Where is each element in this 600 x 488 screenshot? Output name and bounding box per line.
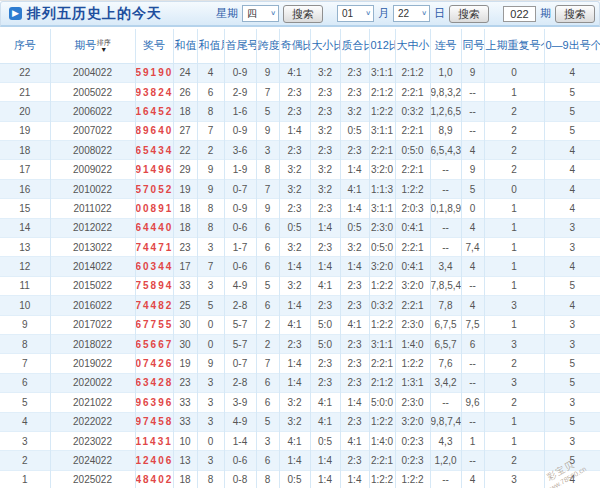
cell-repeat-count: 2 — [484, 354, 544, 373]
cell-sum-tail: 9 — [197, 179, 224, 198]
cell-012-ratio: 2:1:2 — [369, 373, 395, 392]
cell-prize-number: 00891 — [135, 199, 173, 218]
cell-prime-composite-ratio: 2:3 — [340, 334, 369, 353]
cell-012-ratio: 1:4:0 — [369, 431, 395, 450]
cell-sum-tail: 9 — [197, 354, 224, 373]
cell-repeat-count: 3 — [484, 373, 544, 392]
cell-serial: 3 — [0, 431, 50, 450]
cell-big-small-ratio: 2:3 — [310, 82, 340, 101]
col-012-ratio: 012比 — [369, 29, 395, 63]
table-row: 142012022644401880-660:51:40:52:3:00:4:1… — [0, 218, 600, 237]
cell-sum: 27 — [173, 121, 197, 140]
cell-prize-number: 97458 — [135, 412, 173, 431]
cell-big-mid-small-ratio: 1:2:2 — [395, 470, 430, 488]
history-table: 序号 期号 排序 ▼ 奖号 和值 和值尾 首尾号 跨度 奇偶比 大小比 — [0, 29, 600, 488]
cell-big-mid-small-ratio: 2:2:1 — [395, 82, 430, 101]
cell-sum: 19 — [173, 354, 197, 373]
cell-prime-composite-ratio: 2:3 — [340, 82, 369, 101]
cell-big-small-ratio: 1:4 — [310, 257, 340, 276]
weekday-select[interactable]: 四 ∨ — [242, 5, 279, 22]
table-row: 42022022974583334-953:24:12:31:2:23:2:09… — [0, 412, 600, 431]
title-bar: ▶ 排列五历史上的今天 星期 四 ∨ 搜索 01 ∨ 月 22 ∨ — [0, 1, 600, 27]
cell-span: 6 — [256, 451, 279, 470]
day-select[interactable]: 22 ∨ — [393, 5, 430, 22]
search-controls: 星期 四 ∨ 搜索 01 ∨ 月 22 ∨ 日 搜索 — [216, 5, 595, 23]
cell-first-last: 0-9 — [224, 121, 256, 140]
cell-big-small-ratio: 2:3 — [310, 199, 340, 218]
cell-sum: 33 — [173, 276, 197, 295]
cell-first-last: 3-6 — [224, 141, 256, 160]
issue-search-group: 期 搜索 — [503, 5, 595, 23]
cell-span: 3 — [256, 431, 279, 450]
cell-big-mid-small-ratio: 2:2:1 — [395, 296, 430, 315]
cell-sum-tail: 7 — [197, 257, 224, 276]
cell-big-small-ratio: 4:1 — [310, 412, 340, 431]
table-row: 22024022124061330-661:41:42:32:2:10:2:31… — [0, 451, 600, 470]
cell-sum: 18 — [173, 218, 197, 237]
col-sum: 和值 — [173, 29, 197, 63]
cell-012-ratio: 2:2:1 — [369, 141, 395, 160]
cell-sum: 22 — [173, 141, 197, 160]
cell-serial: 5 — [0, 393, 50, 412]
cell-big-small-ratio: 2:3 — [310, 354, 340, 373]
cell-odd-even-ratio: 2:3 — [279, 199, 310, 218]
cell-012-ratio: 2:2:1 — [369, 354, 395, 373]
cell-consecutive: 9,8,7,4,5 — [430, 412, 461, 431]
cell-same-number: 9 — [461, 160, 484, 179]
cell-digit-count: 4 — [544, 199, 600, 218]
cell-repeat-count: 1 — [484, 431, 544, 450]
cell-span: 5 — [256, 412, 279, 431]
cell-digit-count: 3 — [544, 218, 600, 237]
cell-issue: 2016022 — [50, 296, 135, 315]
cell-repeat-count: 1 — [484, 315, 544, 334]
cell-big-mid-small-ratio: 2:0:3 — [395, 199, 430, 218]
cell-repeat-count: 2 — [484, 121, 544, 140]
cell-big-small-ratio: 5:0 — [310, 334, 340, 353]
cell-repeat-count: 2 — [484, 160, 544, 179]
cell-same-number: 1 — [461, 431, 484, 450]
cell-012-ratio: 1:2:2 — [369, 315, 395, 334]
cell-same-number: -- — [461, 451, 484, 470]
date-search-button[interactable]: 搜索 — [449, 5, 489, 23]
cell-big-mid-small-ratio: 0:2:3 — [395, 451, 430, 470]
cell-prime-composite-ratio: 2:3 — [340, 276, 369, 295]
cell-prize-number: 65434 — [135, 141, 173, 160]
cell-012-ratio: 1:1:3 — [369, 179, 395, 198]
col-issue-label: 期号 — [74, 39, 87, 53]
cell-first-last: 5-7 — [224, 315, 256, 334]
cell-issue: 2019022 — [50, 354, 135, 373]
cell-issue: 2015022 — [50, 276, 135, 295]
sort-control[interactable]: 排序 ▼ — [97, 39, 111, 53]
cell-issue: 2017022 — [50, 315, 135, 334]
cell-span: 5 — [256, 102, 279, 121]
cell-first-last: 2-8 — [224, 373, 256, 392]
cell-prize-number: 57052 — [135, 179, 173, 198]
cell-issue: 2025022 — [50, 470, 135, 488]
cell-prize-number: 07426 — [135, 354, 173, 373]
issue-search-button[interactable]: 搜索 — [555, 5, 595, 23]
cell-big-small-ratio: 0:5 — [310, 431, 340, 450]
cell-prime-composite-ratio: 4:1 — [340, 179, 369, 198]
cell-consecutive: -- — [430, 179, 461, 198]
weekday-search-button[interactable]: 搜索 — [283, 5, 323, 23]
cell-big-small-ratio: 2:3 — [310, 373, 340, 392]
cell-digit-count: 3 — [544, 393, 600, 412]
cell-repeat-count: 2 — [484, 393, 544, 412]
table-row: 112015022758943334-953:24:12:31:2:23:2:0… — [0, 276, 600, 295]
issue-number-input[interactable] — [503, 6, 536, 22]
weekday-search-group: 星期 四 ∨ 搜索 — [216, 5, 323, 23]
cell-digit-count: 5 — [544, 102, 600, 121]
cell-span: 5 — [256, 276, 279, 295]
cell-repeat-count: 0 — [484, 63, 544, 82]
cell-repeat-count: 2 — [484, 141, 544, 160]
col-consecutive: 连号 — [430, 29, 461, 63]
col-big-mid-small-ratio: 大中小比 — [395, 29, 430, 63]
cell-big-small-ratio: 3:2 — [310, 179, 340, 198]
month-select[interactable]: 01 ∨ — [337, 5, 374, 22]
col-repeat-count: 上期重复号个数 — [484, 29, 544, 63]
cell-serial: 17 — [0, 160, 50, 179]
cell-digit-count: 3 — [544, 238, 600, 257]
table-row: 52021022963963333-963:24:11:45:0:02:3:0-… — [0, 393, 600, 412]
cell-prime-composite-ratio: 1:4 — [340, 160, 369, 179]
cell-serial: 6 — [0, 373, 50, 392]
